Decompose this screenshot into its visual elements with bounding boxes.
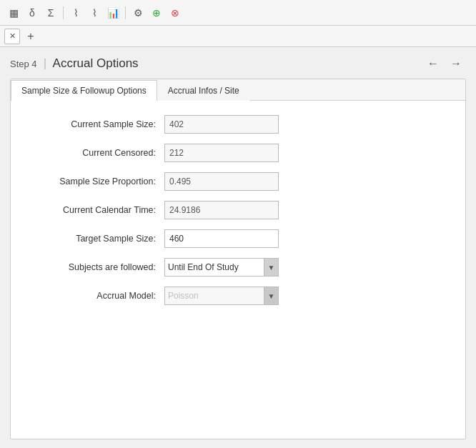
inner-tabs: Sample Size & Followup Options Accrual I… (11, 79, 465, 101)
tab-sample-size[interactable]: Sample Size & Followup Options (11, 80, 157, 101)
add-circle-icon[interactable]: ⊕ (149, 5, 164, 21)
form-row-target-sample: Target Sample Size: (32, 229, 444, 248)
input-proportion (164, 172, 279, 191)
form-row-calendar-time: Current Calendar Time: (32, 201, 444, 219)
label-proportion: Sample Size Proportion: (32, 176, 164, 186)
tab-accrual-infos[interactable]: Accrual Infos / Site (157, 80, 250, 101)
divider-1 (63, 6, 64, 19)
input-target-sample-size[interactable] (164, 229, 279, 248)
table-icon[interactable]: ▦ (6, 5, 21, 21)
step-label: Step 4 (10, 59, 46, 69)
main-content: Step 4 Accrual Options ← → Sample Size &… (0, 47, 476, 448)
select-accrual-model: Poisson Uniform (165, 289, 264, 302)
input-current-sample-size (164, 115, 279, 134)
label-target-sample: Target Sample Size: (32, 234, 164, 244)
step-header: Step 4 Accrual Options ← → (10, 56, 466, 71)
form-content: Current Sample Size: Current Censored: S… (11, 101, 465, 319)
step-title: Accrual Options (53, 56, 423, 71)
form-row-accrual-model: Accrual Model: Poisson Uniform ▼ (32, 287, 444, 305)
sigma-icon[interactable]: Σ (43, 5, 59, 21)
toolbar: ▦ δ Σ ⌇ ⌇ 📊 ⚙ ⊕ ⊗ (0, 0, 476, 26)
back-arrow-button[interactable]: ← (423, 56, 443, 71)
label-current-censored: Current Censored: (32, 148, 164, 158)
form-row-sample-size: Current Sample Size: (32, 115, 444, 134)
select-subjects-followed[interactable]: Until End Of Study Fixed Follow-up (165, 261, 264, 274)
label-current-sample-size: Current Sample Size: (32, 119, 164, 129)
select-wrapper-accrual: Poisson Uniform ▼ (164, 287, 279, 305)
divider-2 (125, 6, 126, 19)
bar-chart-icon[interactable]: 📊 (105, 5, 121, 21)
form-row-subjects-followed: Subjects are followed: Until End Of Stud… (32, 258, 444, 277)
form-row-censored: Current Censored: (32, 144, 444, 162)
remove-circle-icon[interactable]: ⊗ (167, 5, 183, 21)
tab-bar: ✕ + (0, 26, 476, 47)
forward-arrow-button[interactable]: → (446, 56, 466, 71)
tab-add-button[interactable]: + (23, 29, 39, 44)
tab-close-button[interactable]: ✕ (4, 29, 20, 44)
label-accrual-model: Accrual Model: (32, 291, 164, 301)
form-row-proportion: Sample Size Proportion: (32, 172, 444, 191)
label-calendar-time: Current Calendar Time: (32, 205, 164, 215)
settings-icon[interactable]: ⚙ (130, 5, 146, 21)
nav-arrows: ← → (423, 56, 466, 71)
card: Sample Size & Followup Options Accrual I… (10, 79, 466, 439)
select-arrow-accrual: ▼ (264, 287, 278, 304)
line-chart2-icon[interactable]: ⌇ (86, 5, 102, 21)
label-subjects-followed: Subjects are followed: (32, 262, 164, 272)
select-arrow-subjects[interactable]: ▼ (264, 259, 278, 276)
delta-icon[interactable]: δ (24, 5, 40, 21)
select-wrapper-subjects: Until End Of Study Fixed Follow-up ▼ (164, 258, 279, 277)
input-calendar-time (164, 201, 279, 219)
line-chart-icon[interactable]: ⌇ (68, 5, 84, 21)
input-current-censored (164, 144, 279, 162)
